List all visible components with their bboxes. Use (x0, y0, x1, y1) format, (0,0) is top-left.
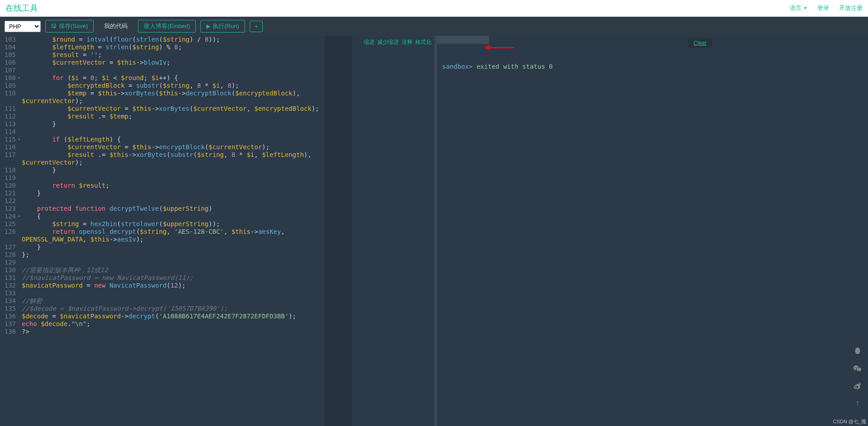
line-number: 117 (0, 151, 16, 159)
code-line: $string = hex2bin(strtolower($upperStrin… (22, 220, 320, 228)
watermark: CSDN @七_魇 (833, 418, 866, 425)
line-number: 108 (0, 74, 16, 82)
line-number: 137 (0, 320, 16, 328)
output-tab[interactable] (437, 36, 489, 44)
code-line: ?> (22, 328, 320, 336)
code-area[interactable]: $round = intval(floor(strlen($string) / … (22, 36, 434, 336)
comment-button[interactable]: 注释 (402, 38, 413, 46)
line-number: 124 (0, 213, 16, 220)
scroll-top-icon[interactable]: ↑ (853, 398, 863, 408)
line-number: 118 (0, 166, 16, 174)
line-number: 138 (0, 328, 16, 336)
output-text: sandbox> exited with status 0 (442, 63, 863, 70)
lang-label: 语言 (790, 4, 802, 12)
code-line: return $result; (22, 182, 320, 189)
clear-button[interactable]: Clear (688, 38, 712, 47)
format-button[interactable]: 格式化 (415, 38, 432, 46)
save-icon: 🖫 (51, 23, 57, 29)
code-line: $encryptedBlock = substr($string, 8 * $i… (22, 82, 320, 90)
line-number: 105 (0, 51, 16, 59)
code-line: { (22, 213, 320, 220)
line-number: 115 (0, 136, 16, 143)
line-number: 129 (0, 259, 16, 266)
lang-dropdown[interactable]: 语言 ▼ (790, 4, 807, 12)
line-number: 123 (0, 205, 16, 213)
line-number: 103 (0, 36, 16, 43)
code-line (22, 289, 320, 297)
code-line: $currentVector = $this->blowIv; (22, 59, 320, 66)
weibo-icon[interactable] (853, 381, 863, 391)
code-line: }; (22, 251, 320, 259)
code-line: //$decode = $navicatPassword->decrypt('1… (22, 305, 320, 312)
indent-button[interactable]: 缩进 (364, 38, 375, 46)
my-code-button[interactable]: 我的代码 (98, 20, 133, 33)
code-line (22, 128, 320, 136)
line-number: 132 (0, 282, 16, 289)
line-number: 133 (0, 289, 16, 297)
toolbar: PHP 🖫 保存(Save) 我的代码 嵌入博客(Embed) ▶ 执行(Run… (0, 17, 868, 36)
line-number: 119 (0, 174, 16, 182)
code-line: $currentVector = $this->xorBytes($curren… (22, 105, 320, 113)
qq-icon[interactable] (853, 346, 863, 356)
code-line: //$navicatPassword = new NavicatPassword… (22, 274, 320, 282)
code-line: echo $decode."\n"; (22, 320, 320, 328)
line-number: 114 (0, 128, 16, 136)
code-line: for ($i = 0; $i < $round; $i++) { (22, 74, 320, 82)
code-line: $temp = $this->xorBytes($this->decryptBl… (22, 90, 320, 105)
code-line (22, 174, 320, 182)
top-header: 在线工具 语言 ▼ 登录 开放注册 (0, 0, 868, 17)
code-line: } (22, 189, 320, 197)
line-number: 125 (0, 220, 16, 228)
wechat-icon[interactable] (853, 364, 863, 374)
code-line: $result = ''; (22, 51, 320, 59)
add-button[interactable]: + (250, 21, 263, 32)
save-label: 保存(Save) (59, 22, 88, 30)
play-icon: ▶ (206, 23, 210, 29)
line-number: 135 (0, 305, 16, 312)
line-number: 113 (0, 120, 16, 128)
line-number: 134 (0, 297, 16, 305)
language-select[interactable]: PHP (5, 21, 41, 32)
caret-down-icon: ▼ (803, 6, 807, 10)
line-number: 104 (0, 43, 16, 51)
run-button[interactable]: ▶ 执行(Run) (200, 20, 245, 33)
output-prompt: sandbox> (442, 63, 473, 70)
code-line: return openssl_decrypt($string, 'AES-128… (22, 228, 320, 243)
code-line: } (22, 166, 320, 174)
workspace: 缩进 减少缩进 注释 格式化 1031041051061071081091101… (0, 36, 868, 426)
arrow-line (489, 47, 514, 48)
brand-title: 在线工具 (5, 3, 38, 14)
code-line (22, 259, 320, 266)
code-line: if ($leftLength) { (22, 136, 320, 143)
line-number: 109 (0, 82, 16, 90)
code-line: //需要指定版本两种，11或12 (22, 266, 320, 274)
line-number: 127 (0, 243, 16, 251)
editor-pane[interactable]: 缩进 减少缩进 注释 格式化 1031041051061071081091101… (0, 36, 434, 426)
line-number: 120 (0, 182, 16, 189)
line-number: 136 (0, 312, 16, 320)
code-line: protected function decryptTwelve($upperS… (22, 205, 320, 213)
register-link[interactable]: 开放注册 (839, 4, 863, 12)
line-number: 107 (0, 66, 16, 74)
line-number: 131 (0, 274, 16, 282)
line-number: 106 (0, 59, 16, 66)
code-line: $decode = $navicatPassword->decrypt('A18… (22, 312, 320, 320)
outdent-button[interactable]: 减少缩进 (377, 38, 399, 46)
line-number: 122 (0, 197, 16, 205)
annotation-arrow (489, 47, 514, 48)
line-number: 116 (0, 143, 16, 151)
line-number: 112 (0, 113, 16, 120)
social-float: ↑ (853, 346, 863, 408)
run-label: 执行(Run) (213, 22, 239, 30)
editor-toolbar: 缩进 减少缩进 注释 格式化 (364, 38, 432, 46)
code-line (22, 197, 320, 205)
code-line: //解密 (22, 297, 320, 305)
login-link[interactable]: 登录 (817, 4, 829, 12)
code-line: $currentVector = $this->encryptBlock($cu… (22, 143, 320, 151)
code-line: $round = intval(floor(strlen($string) / … (22, 36, 320, 43)
arrow-head-icon (484, 45, 490, 50)
line-number: 126 (0, 228, 16, 236)
code-line: } (22, 120, 320, 128)
save-button[interactable]: 🖫 保存(Save) (45, 20, 94, 33)
embed-button[interactable]: 嵌入博客(Embed) (138, 20, 196, 33)
